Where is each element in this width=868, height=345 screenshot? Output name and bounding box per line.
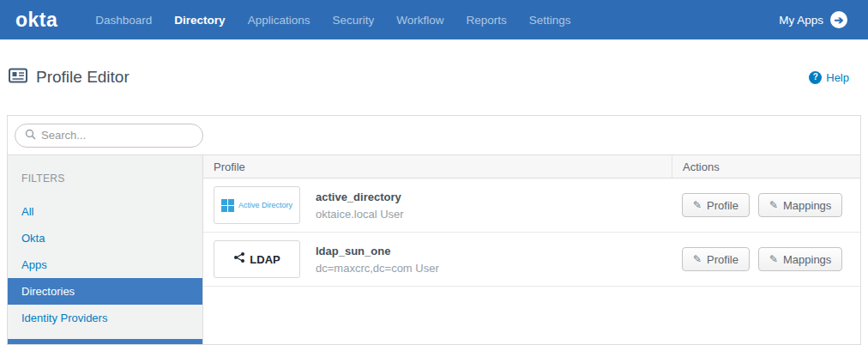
filter-apps[interactable]: Apps xyxy=(8,251,202,278)
help-link[interactable]: ? Help xyxy=(809,71,849,84)
nav-applications[interactable]: Applications xyxy=(248,14,310,27)
nav-reports[interactable]: Reports xyxy=(466,14,506,27)
profile-name: ldap_sun_one xyxy=(316,245,439,257)
my-apps-link[interactable]: My Apps ➔ xyxy=(779,11,847,28)
row-actions: ✎ Profile ✎ Mappings xyxy=(672,193,860,217)
top-navbar: okta Dashboard Directory Applications Se… xyxy=(0,0,868,39)
row-main: Active Directory active_directory oktaic… xyxy=(203,186,672,224)
pencil-icon: ✎ xyxy=(693,199,702,211)
row-actions: ✎ Profile ✎ Mappings xyxy=(672,247,860,271)
ldap-network-icon xyxy=(233,251,245,267)
pencil-icon: ✎ xyxy=(693,253,702,265)
active-directory-logo: Active Directory xyxy=(214,186,300,224)
mappings-button-label: Mappings xyxy=(783,253,831,266)
active-directory-logo-label: Active Directory xyxy=(238,201,292,209)
panel-content: FILTERS All Okta Apps Directories Identi… xyxy=(8,155,860,344)
filter-directories[interactable]: Directories xyxy=(8,278,202,305)
profiles-table: Profile Actions Active Directory active_… xyxy=(203,155,860,344)
pencil-icon: ✎ xyxy=(769,199,778,211)
column-header-actions: Actions xyxy=(672,155,860,178)
filters-sidebar: FILTERS All Okta Apps Directories Identi… xyxy=(8,155,203,344)
profile-subtitle: oktaice.local User xyxy=(316,208,404,221)
profile-name: active_directory xyxy=(316,191,404,203)
row-name-block: active_directory oktaice.local User xyxy=(316,191,404,221)
help-label: Help xyxy=(826,71,849,84)
windows-icon xyxy=(221,199,234,212)
page-title: Profile Editor xyxy=(36,68,130,87)
help-icon: ? xyxy=(809,71,822,84)
row-main: LDAP ldap_sun_one dc=maxcrc,dc=com User xyxy=(203,240,672,278)
my-apps-label: My Apps xyxy=(779,14,823,27)
profile-button[interactable]: ✎ Profile xyxy=(682,193,750,217)
ldap-logo: LDAP xyxy=(214,240,300,278)
profile-button-label: Profile xyxy=(707,199,738,212)
search-icon xyxy=(25,128,36,143)
main-nav: Dashboard Directory Applications Securit… xyxy=(95,14,570,27)
title-wrap: Profile Editor xyxy=(9,68,130,87)
filter-all[interactable]: All xyxy=(8,198,202,225)
pencil-icon: ✎ xyxy=(769,253,778,265)
nav-dashboard[interactable]: Dashboard xyxy=(95,14,152,27)
partially-visible-selected-item xyxy=(8,339,202,344)
table-row: Active Directory active_directory oktaic… xyxy=(203,179,860,233)
mappings-button[interactable]: ✎ Mappings xyxy=(758,193,842,217)
profile-subtitle: dc=maxcrc,dc=com User xyxy=(316,262,439,275)
table-row: LDAP ldap_sun_one dc=maxcrc,dc=com User … xyxy=(203,233,860,287)
mappings-button-label: Mappings xyxy=(783,199,831,212)
arrow-right-icon: ➔ xyxy=(830,11,847,28)
row-name-block: ldap_sun_one dc=maxcrc,dc=com User xyxy=(316,245,439,275)
search-input[interactable] xyxy=(41,129,193,142)
okta-logo[interactable]: okta xyxy=(15,9,57,32)
table-header: Profile Actions xyxy=(203,155,860,179)
nav-directory[interactable]: Directory xyxy=(174,14,225,27)
ldap-logo-label: LDAP xyxy=(250,253,280,266)
nav-workflow[interactable]: Workflow xyxy=(396,14,443,27)
mappings-button[interactable]: ✎ Mappings xyxy=(758,247,842,271)
profile-editor-panel: FILTERS All Okta Apps Directories Identi… xyxy=(7,115,861,345)
nav-settings[interactable]: Settings xyxy=(529,14,571,27)
profile-button[interactable]: ✎ Profile xyxy=(682,247,750,271)
profile-editor-icon xyxy=(9,68,27,87)
profile-button-label: Profile xyxy=(707,253,738,266)
filters-heading: FILTERS xyxy=(8,155,202,198)
search-box[interactable] xyxy=(15,124,203,148)
nav-security[interactable]: Security xyxy=(332,14,374,27)
filter-okta[interactable]: Okta xyxy=(8,225,202,251)
search-row xyxy=(8,116,860,155)
filter-identity-providers[interactable]: Identity Providers xyxy=(8,305,202,331)
column-header-profile: Profile xyxy=(203,155,672,178)
page-header: Profile Editor ? Help xyxy=(0,39,868,115)
